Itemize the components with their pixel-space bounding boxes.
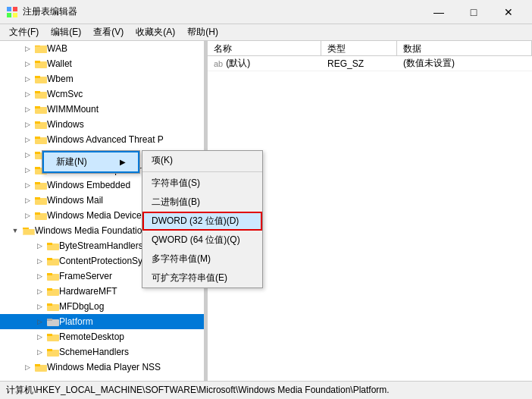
expand-icon: ▷: [33, 331, 45, 343]
folder-icon: [47, 256, 59, 266]
tree-item-WindowsEmbedded[interactable]: ▷ Windows Embedded: [0, 178, 204, 193]
app-window: 注册表编辑器 — □ ✕ 文件(F) 编辑(E) 查看(V) 收藏夹(A) 帮助…: [0, 0, 532, 399]
svg-rect-47: [47, 334, 52, 336]
folder-icon: [47, 271, 59, 281]
tree-item-RemoteDesktop[interactable]: ▷ RemoteDesktop: [0, 329, 204, 344]
folder-icon: [47, 331, 59, 342]
reg-cell-data: (数值未设置): [397, 56, 532, 71]
tree-item-Wbem[interactable]: ▷ Wbem: [0, 71, 204, 86]
tree-item-FrameServer[interactable]: ▷ FrameServer: [0, 269, 204, 284]
svg-rect-13: [35, 91, 40, 93]
col-header-type: 类型: [321, 41, 397, 55]
tree-item-label: Windows Embedded: [47, 180, 130, 190]
svg-rect-39: [47, 273, 52, 275]
status-text: 计算机\HKEY_LOCAL_MACHINE\SOFTWARE\Microsof…: [6, 384, 390, 397]
tree-item-MFDbgLog[interactable]: ▷ MFDbgLog: [0, 299, 204, 314]
tree-item-WindowsMediaDeviceMar[interactable]: ▷ Windows Media Device Mar: [0, 208, 204, 223]
tree-item-label: Windows: [47, 119, 84, 130]
svg-rect-25: [35, 182, 40, 184]
tree-item-SchemeHandlers[interactable]: ▷ SchemeHandlers: [0, 344, 204, 360]
svg-rect-29: [35, 212, 40, 215]
menu-bar: 文件(F) 编辑(E) 查看(V) 收藏夹(A) 帮助(H): [0, 24, 532, 41]
expand-icon: ▷: [21, 361, 33, 373]
folder-icon: [35, 134, 47, 145]
reg-row-default[interactable]: ab (默认) REG_SZ (数值未设置): [208, 56, 532, 71]
tree-item-WAB[interactable]: ▷ WAB: [0, 41, 204, 56]
tree-item-Wallet[interactable]: ▷ Wallet: [0, 56, 204, 71]
folder-icon: [35, 165, 47, 175]
tree-item-WindowsMediaFoundation[interactable]: ▼ Windows Media Foundation: [0, 223, 204, 238]
tree-item-WIMMMount[interactable]: ▷ WIMMMount: [0, 102, 204, 117]
svg-rect-7: [35, 46, 47, 53]
folder-icon: [35, 104, 47, 115]
svg-rect-41: [47, 288, 52, 291]
menu-favorites[interactable]: 收藏夹(A): [130, 24, 181, 40]
folder-icon: [35, 149, 47, 160]
status-bar: 计算机\HKEY_LOCAL_MACHINE\SOFTWARE\Microsof…: [0, 381, 532, 399]
menu-view[interactable]: 查看(V): [87, 24, 130, 40]
expand-icon: ▷: [21, 88, 33, 100]
folder-icon: [35, 362, 47, 372]
expand-icon: ▷: [21, 134, 33, 146]
tree-item-ContentProtectionSystem[interactable]: ▷ ContentProtectionSystem: [0, 253, 204, 269]
svg-rect-2: [7, 13, 11, 17]
tree-item-Windows[interactable]: ▷ Windows: [0, 117, 204, 132]
expand-icon: ▷: [21, 179, 33, 191]
close-button[interactable]: ✕: [491, 0, 526, 24]
svg-rect-23: [35, 167, 40, 169]
menu-edit[interactable]: 编辑(E): [45, 24, 87, 40]
reg-cell-name: ab (默认): [208, 56, 321, 71]
tree-item-label: Windows Advanced Threat P: [47, 134, 164, 145]
menu-file[interactable]: 文件(F): [3, 24, 45, 40]
tree-item-label: WAB: [47, 43, 67, 54]
tree-item-label: WcmSvc: [47, 89, 83, 99]
tree-item-WindowsDesktopSearch[interactable]: ▷ Windows Desktop Search: [0, 162, 204, 178]
folder-icon: [35, 210, 47, 221]
svg-rect-51: [35, 364, 40, 366]
main-content: ▷ WAB ▷ Wallet ▷ Wbem ▷: [0, 41, 532, 381]
tree-item-WindowsMediaPlayerNSS[interactable]: ▷ Windows Media Player NSS: [0, 360, 204, 375]
tree-item-label: MFDbgLog: [59, 301, 104, 312]
svg-rect-3: [13, 13, 17, 17]
app-icon: [6, 6, 18, 18]
tree-item-label: Windows Media Player NSS: [47, 362, 161, 372]
right-content: ab (默认) REG_SZ (数值未设置): [208, 56, 532, 381]
expand-icon: ▷: [33, 270, 45, 282]
folder-icon-open: [23, 225, 35, 236]
tree-item-WindowsDefender[interactable]: ▷ Windows Defender: [0, 147, 204, 162]
expand-icon: ▷: [21, 149, 33, 161]
minimize-button[interactable]: —: [421, 0, 456, 24]
tree-item-Platform[interactable]: ▷ Platform: [0, 314, 204, 329]
svg-rect-9: [35, 61, 40, 63]
expand-icon: ▷: [33, 255, 45, 267]
tree-item-label: RemoteDesktop: [59, 331, 124, 342]
svg-rect-15: [35, 106, 40, 108]
maximize-button[interactable]: □: [456, 0, 491, 24]
folder-icon: [47, 316, 59, 327]
reg-name-label: (默认): [226, 57, 250, 70]
expand-icon: ▷: [33, 300, 45, 313]
col-header-name: 名称: [208, 41, 321, 55]
tree-item-label: Platform: [59, 316, 93, 327]
svg-rect-17: [35, 121, 40, 124]
expand-icon: ▷: [33, 316, 45, 328]
expand-icon: ▼: [9, 225, 21, 237]
tree-item-WindowsMail[interactable]: ▷ Windows Mail: [0, 193, 204, 208]
tree-item-label: Windows Media Foundation: [35, 225, 147, 236]
col-header-data: 数据: [397, 41, 532, 55]
tree-item-WindowsAdvancedThreat[interactable]: ▷ Windows Advanced Threat P: [0, 132, 204, 147]
expand-icon: ▷: [21, 118, 33, 130]
tree-item-HardwareMFT[interactable]: ▷ HardwareMFT: [0, 284, 204, 299]
svg-rect-11: [35, 76, 40, 78]
reg-name-prefix: ab: [214, 59, 223, 68]
tree-item-WcmSvc[interactable]: ▷ WcmSvc: [0, 86, 204, 102]
tree-scroll[interactable]: ▷ WAB ▷ Wallet ▷ Wbem ▷: [0, 41, 204, 381]
menu-help[interactable]: 帮助(H): [181, 24, 224, 40]
folder-icon: [35, 89, 47, 99]
tree-item-ByteStreamHandlers[interactable]: ▷ ByteStreamHandlers: [0, 238, 204, 253]
folder-icon: [47, 347, 59, 357]
folder-icon: [35, 74, 47, 84]
svg-rect-37: [47, 258, 52, 260]
tree-item-label: SchemeHandlers: [59, 347, 129, 357]
title-bar: 注册表编辑器 — □ ✕: [0, 0, 532, 24]
